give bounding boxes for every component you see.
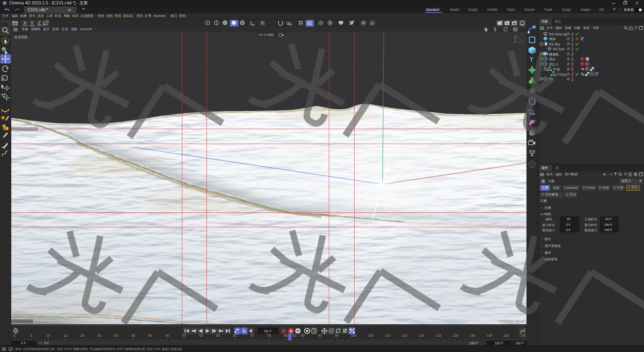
svg-text:摄像机: 摄像机 [549, 53, 559, 56]
svg-text:135: 135 [470, 333, 475, 338]
svg-text:150 F: 150 F [495, 341, 504, 345]
svg-text:40: 40 [148, 333, 152, 338]
svg-text:Y: Y [31, 21, 34, 25]
svg-text:平面: 平面 [553, 68, 560, 71]
svg-text:0 F: 0 F [44, 341, 49, 345]
svg-text:55: 55 [199, 333, 203, 338]
svg-text:Z: Z [38, 21, 41, 25]
svg-text:150: 150 [520, 333, 526, 338]
svg-text:81: 81 [293, 333, 297, 338]
svg-text:75: 75 [267, 333, 271, 338]
svg-text:空白.1: 空白.1 [549, 63, 559, 66]
svg-text:50: 50 [182, 333, 186, 338]
svg-text:15: 15 [64, 333, 68, 338]
svg-text:10: 10 [47, 333, 51, 338]
svg-text:X: X [521, 39, 523, 43]
svg-text:RS Sky: RS Sky [549, 43, 560, 46]
svg-text:95: 95 [335, 333, 339, 338]
svg-text:115: 115 [402, 333, 407, 338]
svg-text:BF: BF [549, 78, 553, 81]
svg-text:35: 35 [131, 333, 135, 338]
svg-text:0: 0 [14, 333, 16, 338]
svg-text:空白: 空白 [549, 58, 555, 61]
svg-text:110: 110 [385, 333, 390, 338]
svg-text:30: 30 [114, 333, 118, 338]
svg-text:20: 20 [80, 333, 85, 338]
svg-text:105: 105 [368, 333, 374, 338]
svg-text:RS Sun: RS Sun [553, 47, 565, 51]
svg-text:130: 130 [452, 333, 458, 338]
svg-text:150 F: 150 F [469, 341, 478, 345]
svg-text:5: 5 [31, 333, 33, 338]
svg-text:70: 70 [250, 333, 254, 338]
svg-text:25: 25 [97, 333, 101, 338]
svg-text:RS Area Light: RS Area Light [549, 33, 570, 36]
svg-text:140: 140 [487, 333, 492, 338]
svg-text:125: 125 [436, 333, 441, 338]
svg-text:80: 80 [284, 333, 288, 338]
svg-text:90: 90 [318, 333, 322, 338]
svg-text:81 F: 81 F [264, 329, 272, 333]
svg-text:A: A [243, 328, 245, 331]
svg-text:A: A [371, 21, 374, 25]
svg-text:0 F: 0 F [21, 341, 26, 345]
svg-text:100: 100 [351, 333, 357, 338]
svg-text:球体: 球体 [549, 37, 555, 41]
svg-text:65: 65 [233, 333, 237, 338]
svg-text:T: T [530, 56, 533, 63]
svg-text:Y: Y [516, 35, 519, 39]
svg-text:60: 60 [216, 333, 220, 338]
svg-text:145: 145 [504, 333, 509, 338]
svg-text:85: 85 [301, 333, 305, 338]
svg-text:150 F: 150 F [515, 341, 524, 345]
svg-text:120: 120 [419, 333, 424, 338]
svg-text:45: 45 [165, 333, 169, 338]
svg-text:A: A [290, 329, 292, 333]
svg-text:X: X [23, 21, 27, 25]
